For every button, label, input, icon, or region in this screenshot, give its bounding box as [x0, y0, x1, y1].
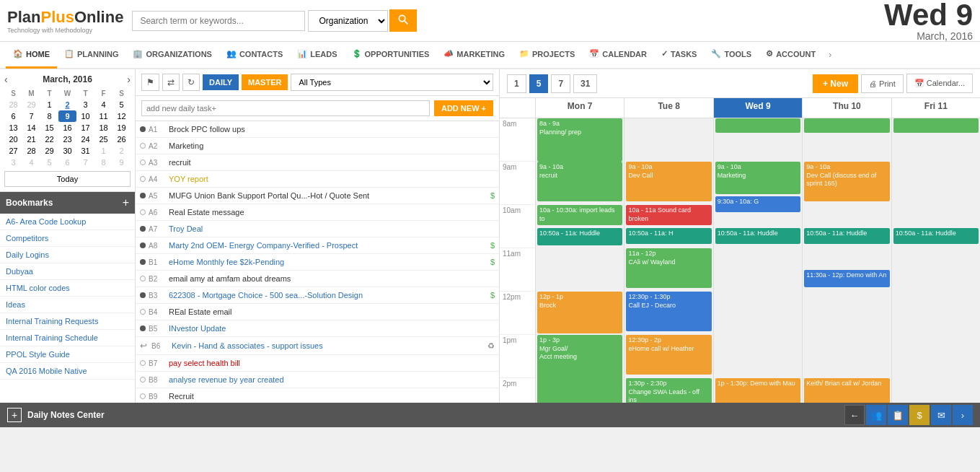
task-label[interactable]: email amy at amfam about dreams [169, 274, 495, 283]
event-tue8-4[interactable]: 11a - 12pCAli w/ Wayland [626, 248, 711, 288]
cal-view-1[interactable]: 1 [507, 74, 526, 93]
cal-day[interactable]: 20 [4, 134, 22, 145]
event-wed9-0[interactable] [715, 118, 800, 133]
nav-item-account[interactable]: ⚙ACCOUNT [759, 41, 823, 69]
task-label[interactable]: INvestor Update [169, 324, 495, 333]
cal-view-31[interactable]: 31 [573, 74, 597, 93]
search-button[interactable] [389, 9, 417, 32]
event-thu10-0[interactable] [804, 118, 889, 133]
nav-item-tasks[interactable]: ✓TASKS [654, 41, 704, 69]
cal-new-button[interactable]: + New [813, 74, 858, 93]
cal-day[interactable]: 14 [22, 122, 40, 134]
task-label[interactable]: Real Estate message [169, 208, 495, 217]
nav-item-tools[interactable]: 🔧TOOLS [704, 41, 759, 69]
cal-day[interactable]: 11 [94, 110, 112, 122]
today-button[interactable]: Today [4, 171, 131, 187]
task-label[interactable]: Recruit [169, 392, 495, 401]
mini-cal-next[interactable]: › [127, 74, 131, 85]
nav-item-marketing[interactable]: 📣MARKETING [436, 41, 512, 69]
event-mon7-2[interactable]: 9a - 10arecruit [537, 162, 622, 201]
event-wed9-1[interactable]: 9a - 10aMarketing [715, 162, 800, 194]
bookmark-item[interactable]: A6- Area Code Lookup [0, 214, 135, 230]
bottom-icon-email[interactable]: ✉ [931, 405, 951, 425]
cal-day[interactable]: 1 [40, 99, 58, 110]
cal-day[interactable]: 21 [22, 134, 40, 145]
event-mon7-3[interactable]: 10a - 10:30a: import leads to [537, 205, 622, 225]
cal-day[interactable]: 5 [40, 157, 58, 168]
bookmark-item-ppol[interactable]: PPOL Style Guide [0, 346, 135, 363]
cal-day[interactable]: 6 [58, 157, 76, 168]
bookmark-item-internal-training-schedule[interactable]: Internal Training Schedule [0, 330, 135, 346]
cal-day[interactable]: 28 [4, 99, 22, 110]
event-fri11-0[interactable] [893, 118, 979, 133]
event-mon7-6[interactable]: 1p - 3pMgr Goal/Acct meeting [537, 335, 622, 403]
org-select[interactable]: Organization [308, 10, 388, 32]
event-thu10-3[interactable]: 11:30a - 12p: Demo with An [804, 270, 889, 287]
event-mon7-1[interactable]: 8a - 9aPlanning/ prep [537, 118, 622, 162]
cal-day[interactable]: 5 [112, 99, 131, 110]
bookmarks-add-button[interactable]: + [123, 196, 129, 209]
bookmark-item[interactable]: HTML color codes [0, 280, 135, 297]
cal-day[interactable]: 23 [58, 134, 76, 145]
task-flag-button[interactable]: ⚑ [141, 74, 159, 91]
bottom-icon-contacts[interactable]: 👥 [866, 405, 886, 425]
task-label[interactable]: REal Estate email [169, 307, 495, 316]
nav-item-leads[interactable]: 📊LEADS [290, 41, 344, 69]
nav-item-opportunities[interactable]: 💲OPPORTUNITIES [345, 41, 437, 69]
cal-day[interactable]: 28 [22, 145, 40, 157]
search-input[interactable] [132, 11, 305, 31]
cal-day[interactable]: 8 [94, 157, 112, 168]
event-tue8-7[interactable]: 1:30p - 2:30pChange SWA Leads - off ins [626, 378, 711, 403]
task-filter-select[interactable]: All Types [291, 74, 493, 91]
nav-item-calendar[interactable]: 📅CALENDAR [582, 41, 654, 69]
cal-day[interactable]: 29 [22, 99, 40, 110]
task-refresh-button[interactable]: ↻ [182, 74, 200, 91]
task-label[interactable]: MUFG Union Bank Support Portal Qu...-Hot… [169, 191, 487, 200]
cal-day[interactable]: 2 [112, 145, 131, 157]
event-tue8-3[interactable]: 10:50a - 11a: H [626, 228, 711, 244]
cal-view-7[interactable]: 7 [551, 74, 570, 93]
cal-day[interactable]: 24 [76, 134, 94, 145]
bookmark-item[interactable]: Competitors [0, 230, 135, 247]
event-fri11-1[interactable]: 10:50a - 11a: Huddle [893, 228, 979, 244]
task-label-link[interactable]: YOY report [169, 175, 495, 183]
event-wed9-3[interactable]: 10:50a - 11a: Huddle [715, 228, 800, 244]
nav-more[interactable]: › [823, 50, 837, 60]
cal-day[interactable]: 1 [94, 145, 112, 157]
cal-day[interactable]: 4 [94, 99, 112, 110]
nav-item-projects[interactable]: 📁PROJECTS [512, 41, 582, 69]
cal-day[interactable]: 19 [112, 122, 131, 134]
cal-day[interactable]: 22 [40, 134, 58, 145]
event-mon7-5[interactable]: 12p - 1pBrock [537, 292, 622, 333]
event-thu10-1[interactable]: 9a - 10aDev Call (discuss end of sprint … [804, 162, 889, 201]
task-label-troy-deal[interactable]: Troy Deal [169, 224, 495, 233]
cal-day[interactable]: 25 [94, 134, 112, 145]
cal-day[interactable]: 12 [112, 110, 131, 122]
cal-day[interactable]: 8 [40, 110, 58, 122]
event-thu10-4[interactable]: Keith/ Brian call w/ Jordan [804, 378, 889, 403]
nav-item-planning[interactable]: 📋PLANNING [57, 41, 125, 69]
add-task-input[interactable] [141, 100, 430, 116]
event-tue8-1[interactable]: 9a - 10aDev Call [626, 162, 711, 201]
cal-day[interactable]: 3 [4, 157, 22, 168]
cal-day[interactable]: 26 [112, 134, 131, 145]
bookmark-item-internal-training-requests[interactable]: Internal Training Requests [0, 313, 135, 330]
task-label[interactable]: recruit [169, 158, 495, 167]
cal-day[interactable]: 7 [22, 110, 40, 122]
cal-day[interactable]: 17 [76, 122, 94, 134]
task-master-button[interactable]: MASTER [242, 74, 288, 90]
cal-print-button[interactable]: 🖨 Print [861, 74, 904, 93]
mini-cal-prev[interactable]: ‹ [4, 74, 8, 85]
task-label[interactable]: eHome Monthly fee $2k-Pending [169, 258, 487, 266]
event-tue8-6[interactable]: 12:30p - 2peHome call w/ Heather [626, 335, 711, 375]
cal-day[interactable]: 9 [112, 157, 131, 168]
task-label[interactable]: Brock PPC follow ups [169, 125, 495, 134]
cal-day[interactable]: 4 [22, 157, 40, 168]
bookmark-item[interactable]: Dubyaa [0, 263, 135, 280]
cal-view-5[interactable]: 5 [529, 74, 549, 93]
task-label[interactable]: Kevin - Hand & associates - support issu… [172, 341, 485, 350]
nav-item-contacts[interactable]: 👥CONTACTS [219, 41, 290, 69]
task-label[interactable]: 622308 - Mortgage Choice - 500 sea...-So… [169, 291, 487, 300]
task-label[interactable]: analyse revenue by year created [169, 375, 495, 384]
event-thu10-2[interactable]: 10:50a - 11a: Huddle [804, 228, 889, 244]
